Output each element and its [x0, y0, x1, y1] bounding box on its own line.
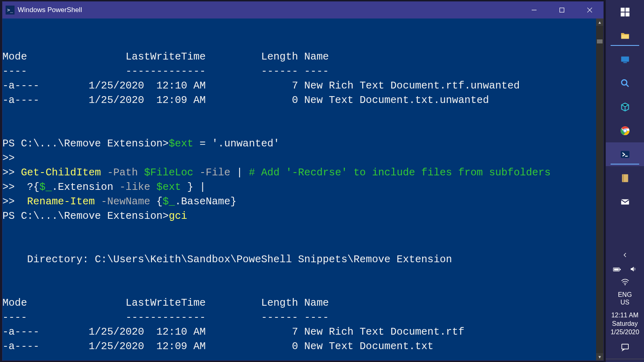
- cube-icon: [620, 102, 630, 112]
- terminal-body: Mode LastWriteTime Length Name ---- ----…: [2, 19, 603, 360]
- svg-rect-6: [623, 62, 627, 63]
- prompt-2: PS C:\...\Remove Extension>: [2, 210, 169, 222]
- svg-rect-16: [619, 269, 621, 270]
- titlebar[interactable]: >_ Windows PowerShell: [2, 2, 603, 19]
- svg-point-10: [623, 129, 626, 132]
- taskbar-cube-app[interactable]: [606, 95, 644, 119]
- chrome-icon: [620, 125, 630, 136]
- tray-lang-2: US: [618, 298, 632, 306]
- taskbar-search[interactable]: [606, 71, 644, 95]
- maximize-button[interactable]: [548, 2, 576, 19]
- out2-row-1: -a---- 1/25/2020 12:09 AM 0 New Text Doc…: [2, 341, 433, 352]
- svg-rect-3: [621, 12, 625, 16]
- prompt-1: PS C:\...\Remove Extension>: [2, 138, 169, 150]
- svg-point-18: [624, 284, 625, 285]
- windows-logo-icon: [620, 7, 630, 17]
- scroll-track[interactable]: [596, 26, 603, 353]
- tray-day: Saturday: [611, 319, 639, 328]
- tray-language[interactable]: ENG US: [618, 290, 632, 309]
- cmd3-a: ?{: [27, 181, 39, 193]
- powershell-icon: >_: [6, 6, 14, 14]
- tray-overflow-button[interactable]: [622, 248, 628, 263]
- tray-clock[interactable]: 12:11 AM Saturday 1/25/2020: [611, 310, 639, 339]
- tray-lang-1: ENG: [618, 291, 632, 298]
- scroll-down-button[interactable]: ▼: [596, 353, 603, 360]
- taskbar-envelope[interactable]: [606, 190, 644, 214]
- cmd4-b: .BaseName}: [175, 196, 237, 208]
- taskbar: ENG US 12:11 AM Saturday 1/25/2020: [606, 0, 644, 362]
- cmd3-pipe: |: [200, 181, 206, 193]
- svg-rect-13: [623, 174, 623, 182]
- cont-3: >>: [2, 181, 27, 193]
- taskbar-notes[interactable]: [606, 166, 644, 190]
- prompt-2-cmd: gci: [169, 210, 187, 222]
- notebook-icon: [620, 173, 630, 183]
- cmd3-var: $_: [39, 181, 52, 193]
- tray-action-center[interactable]: [620, 340, 630, 357]
- cmd2-cmdlet: Get-ChildItem: [21, 167, 101, 179]
- cmd2-pipe: |: [237, 167, 243, 179]
- volume-icon[interactable]: [629, 265, 637, 275]
- cmd4-cmdlet: Rename-Item: [27, 196, 95, 208]
- svg-point-7: [621, 80, 627, 85]
- scroll-up-button[interactable]: ▲: [596, 19, 603, 26]
- svg-rect-4: [625, 12, 630, 16]
- out2-row-0: -a---- 1/25/2020 12:10 AM 7 New Rich Tex…: [2, 326, 464, 338]
- out2-header-rule: ---- ------------- ------ ----: [2, 312, 329, 323]
- show-desktop-button[interactable]: [606, 359, 644, 362]
- cont-2: >>: [2, 167, 21, 179]
- taskbar-mail[interactable]: [606, 47, 644, 71]
- start-button[interactable]: [606, 0, 644, 24]
- cmd4-a: {: [157, 196, 163, 208]
- cmd1-str: '.unwanted': [212, 138, 279, 150]
- system-tray: ENG US 12:11 AM Saturday 1/25/2020: [606, 248, 644, 362]
- out-header: Mode LastWriteTime Length Name: [2, 51, 329, 63]
- notification-icon: [620, 343, 630, 352]
- out2-header: Mode LastWriteTime Length Name: [2, 297, 329, 309]
- svg-rect-5: [621, 56, 629, 62]
- powershell-window: >_ Windows PowerShell Mode LastWriteTime…: [2, 1, 604, 361]
- out-header-rule: ---- ------------- ------ ----: [2, 66, 329, 77]
- svg-rect-17: [614, 268, 619, 270]
- minimize-button[interactable]: [520, 2, 548, 19]
- scroll-thumb[interactable]: [597, 39, 603, 43]
- magnifier-icon: [620, 78, 630, 88]
- scrollbar[interactable]: ▲ ▼: [596, 19, 603, 360]
- window-title: Windows PowerShell: [18, 6, 82, 14]
- svg-rect-0: [559, 8, 564, 12]
- cmd2-p2: -File: [193, 167, 236, 179]
- battery-icon[interactable]: [613, 266, 621, 274]
- cmd2-p1: -Path: [101, 167, 144, 179]
- taskbar-powershell[interactable]: [606, 142, 644, 166]
- cmd3-c: }: [181, 181, 200, 193]
- tray-wifi-row: [621, 277, 630, 288]
- taskbar-file-explorer[interactable]: [606, 24, 644, 47]
- desktop: >_ Windows PowerShell Mode LastWriteTime…: [0, 0, 644, 362]
- terminal-output[interactable]: Mode LastWriteTime Length Name ---- ----…: [2, 21, 596, 360]
- cmd3-b: .Extension: [52, 181, 113, 193]
- dir-line: Directory: C:\Users\Keith\Sandbox\PoweSh…: [2, 254, 452, 265]
- mail-icon: [620, 197, 630, 207]
- tray-icons-row: [613, 264, 637, 276]
- chevron-left-icon: [622, 252, 628, 258]
- cmd3-param: -like: [113, 181, 156, 193]
- close-button[interactable]: [576, 2, 603, 19]
- cmd1-var: $ext: [169, 138, 193, 150]
- monitor-icon: [620, 54, 630, 65]
- tray-time: 12:11 AM: [611, 311, 639, 319]
- cmd2-comment: # Add '-Recdrse' to include files from s…: [243, 167, 551, 179]
- taskbar-chrome[interactable]: [606, 119, 644, 142]
- out-row-0: -a---- 1/25/2020 12:10 AM 7 New Rich Tex…: [2, 80, 520, 92]
- folder-icon: [620, 31, 630, 41]
- cmd4-var: $_: [163, 196, 175, 208]
- cmd1-eq: =: [193, 138, 212, 150]
- cmd3-var2: $ext: [157, 181, 181, 193]
- svg-rect-2: [625, 8, 630, 12]
- cont-4: >>: [2, 196, 27, 208]
- out-row-1: -a---- 1/25/2020 12:09 AM 0 New Text Doc…: [2, 95, 489, 106]
- svg-rect-19: [621, 344, 628, 349]
- cont-1: >>: [2, 152, 15, 164]
- wifi-icon[interactable]: [621, 278, 630, 288]
- cmd4-param: -NewName: [95, 196, 157, 208]
- tray-date: 1/25/2020: [611, 328, 639, 336]
